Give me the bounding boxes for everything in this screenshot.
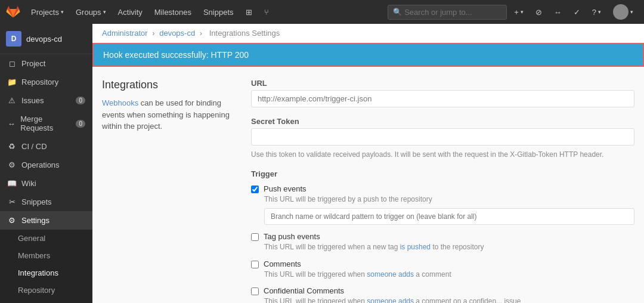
submenu-ci-cd[interactable]: CI / CD — [0, 299, 92, 303]
push-events-label[interactable]: Push events — [264, 184, 306, 193]
push-events-checkbox[interactable] — [251, 185, 259, 193]
avatar — [613, 4, 628, 20]
breadcrumb-current: Integrations Settings — [209, 29, 280, 38]
merge-requests-badge: 0 — [76, 120, 85, 128]
page-layout: D devops-cd ◻ Project 📁 Repository ⚠ Iss… — [0, 24, 644, 303]
confidential-comments-desc: This URL will be triggered when someone … — [251, 296, 634, 303]
submenu-members[interactable]: Members — [0, 247, 92, 264]
sidebar-item-project[interactable]: ◻ Project — [0, 54, 92, 73]
issues-icon: ⚠ — [7, 96, 17, 105]
plus-button[interactable]: + ▾ — [509, 0, 528, 24]
success-banner: Hook executed successfully: HTTP 200 — [92, 43, 644, 67]
help-icon[interactable]: ?▾ — [587, 0, 606, 24]
settings-submenu: General Members Integrations Repository … — [0, 230, 92, 303]
repository-icon: 📁 — [7, 78, 17, 86]
panel-description: Webhooks can be used for binding events … — [102, 97, 233, 132]
tag-push-events-checkbox[interactable] — [251, 233, 259, 241]
nav-activity[interactable]: Activity — [113, 0, 147, 24]
nav-snippets[interactable]: Snippets — [199, 0, 239, 24]
tag-push-events-label[interactable]: Tag push events — [264, 232, 320, 241]
search-icon: 🔍 — [393, 8, 402, 16]
breadcrumb-admin[interactable]: Administrator — [102, 29, 148, 38]
sidebar: D devops-cd ◻ Project 📁 Repository ⚠ Iss… — [0, 24, 92, 303]
project-header[interactable]: D devops-cd — [0, 24, 92, 54]
trigger-label: Trigger — [251, 169, 634, 178]
breadcrumb-sep-2: › — [200, 29, 202, 38]
user-avatar[interactable]: ▾ — [608, 0, 638, 24]
secret-token-hint: Use this token to validate received payl… — [251, 149, 634, 160]
comments-desc: This URL will be triggered when someone … — [251, 270, 634, 280]
breadcrumb: Administrator › devops-cd › Integrations… — [92, 24, 644, 43]
sidebar-item-repository[interactable]: 📁 Repository — [0, 73, 92, 91]
url-field-group: URL — [251, 79, 634, 107]
breadcrumb-project[interactable]: devops-cd — [159, 29, 195, 38]
right-panel: URL Secret Token Use this token to valid… — [251, 79, 634, 303]
trigger-confidential-comments: Confidential Comments This URL will be t… — [251, 286, 634, 303]
search-input[interactable] — [404, 8, 501, 17]
chevron-down-icon: ▾ — [598, 9, 601, 15]
page-title: Integrations — [102, 79, 233, 91]
url-label: URL — [251, 79, 634, 88]
confidential-comments-checkbox[interactable] — [251, 287, 259, 295]
left-panel: Integrations Webhooks can be used for bi… — [102, 79, 233, 303]
wiki-icon: 📖 — [7, 179, 17, 188]
url-input[interactable] — [251, 90, 634, 107]
snippets-icon: ✂ — [7, 197, 17, 206]
sidebar-item-wiki[interactable]: 📖 Wiki — [0, 174, 92, 193]
submenu-integrations[interactable]: Integrations — [0, 264, 92, 282]
project-icon: D — [6, 31, 21, 47]
issues-icon[interactable]: ⊘ — [531, 0, 547, 24]
submenu-repository[interactable]: Repository — [0, 282, 92, 299]
boards-icon[interactable]: ⊞ — [241, 0, 257, 24]
breadcrumb-sep-1: › — [152, 29, 154, 38]
sidebar-item-issues[interactable]: ⚠ Issues 0 — [0, 91, 92, 110]
sidebar-item-snippets[interactable]: ✂ Snippets — [0, 193, 92, 211]
sidebar-item-ci-cd[interactable]: ♻ CI / CD — [0, 137, 92, 156]
ci-cd-icon: ♻ — [7, 142, 17, 151]
sidebar-item-operations[interactable]: ⚙ Operations — [0, 156, 92, 174]
secret-token-group: Secret Token Use this token to validate … — [251, 117, 634, 160]
search-bar[interactable]: 🔍 — [388, 5, 507, 20]
secret-token-input[interactable] — [251, 128, 634, 146]
submenu-general[interactable]: General — [0, 230, 92, 247]
nav-milestones[interactable]: Milestones — [150, 0, 196, 24]
project-name: devops-cd — [26, 35, 62, 44]
issues-badge: 0 — [76, 97, 85, 104]
comments-label[interactable]: Comments — [264, 259, 301, 268]
webhooks-link[interactable]: Webhooks — [102, 98, 138, 107]
push-events-desc: This URL will be triggered by a push to … — [251, 194, 634, 205]
fork-icon[interactable]: ⑂ — [259, 0, 274, 24]
todos-icon[interactable]: ✓ — [569, 0, 585, 24]
trigger-section: Trigger Push events This URL will be tri… — [251, 169, 634, 303]
operations-icon: ⚙ — [7, 160, 17, 169]
chevron-down-icon: ▾ — [103, 9, 106, 15]
success-message: Hook executed successfully: HTTP 200 — [103, 50, 249, 60]
tag-link[interactable]: is pushed — [400, 243, 431, 251]
comments-link[interactable]: someone adds — [367, 270, 414, 279]
chevron-down-icon: ▾ — [630, 9, 633, 15]
chevron-down-icon: ▾ — [61, 9, 64, 15]
nav-projects[interactable]: Projects ▾ — [26, 0, 69, 24]
project-icon-nav: ◻ — [7, 59, 17, 68]
comments-checkbox[interactable] — [251, 261, 259, 268]
top-navigation: Projects ▾ Groups ▾ Activity Milestones … — [0, 0, 644, 24]
sidebar-item-merge-requests[interactable]: ↔ Merge Requests 0 — [0, 110, 92, 137]
trigger-tag-push-events: Tag push events This URL will be trigger… — [251, 232, 634, 252]
trigger-push-events: Push events This URL will be triggered b… — [251, 184, 634, 225]
gitlab-logo[interactable] — [6, 5, 20, 19]
confidential-comments-link[interactable]: someone adds — [367, 297, 414, 303]
tag-push-events-desc: This URL will be triggered when a new ta… — [251, 242, 634, 252]
content-area: Integrations Webhooks can be used for bi… — [92, 67, 644, 303]
push-events-branch-input[interactable] — [264, 208, 634, 225]
main-content: Administrator › devops-cd › Integrations… — [92, 24, 644, 303]
secret-token-label: Secret Token — [251, 117, 634, 126]
merge-requests-icon: ↔ — [7, 119, 16, 128]
sidebar-item-settings[interactable]: ⚙ Settings — [0, 211, 92, 230]
trigger-comments: Comments This URL will be triggered when… — [251, 259, 634, 280]
merge-requests-icon[interactable]: ↔ — [549, 0, 566, 24]
chevron-down-icon: ▾ — [521, 9, 524, 15]
settings-icon: ⚙ — [7, 216, 17, 225]
nav-groups[interactable]: Groups ▾ — [71, 0, 111, 24]
confidential-comments-label[interactable]: Confidential Comments — [264, 286, 344, 295]
